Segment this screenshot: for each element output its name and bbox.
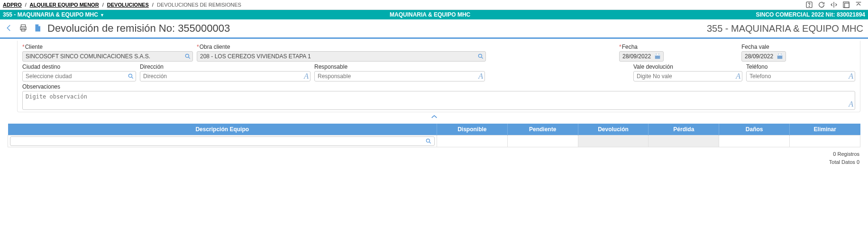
items-table: Descripción Equipo Disponible Pendiente … [8, 124, 860, 147]
responsable-label: Responsable [314, 63, 485, 70]
cell-disponible [437, 135, 507, 147]
search-icon[interactable] [184, 53, 191, 60]
svg-rect-4 [21, 25, 26, 27]
collapse-toggle[interactable] [0, 112, 868, 122]
summary-total: Total Datos 0 [0, 158, 859, 166]
direccion-field[interactable] [140, 71, 311, 81]
text-icon: A [849, 100, 853, 108]
split-icon[interactable] [830, 1, 838, 9]
svg-rect-10 [655, 54, 660, 55]
collapse-up-icon[interactable] [855, 1, 862, 9]
svg-point-7 [185, 54, 189, 57]
text-icon: A [736, 72, 740, 80]
equipo-search-input[interactable] [10, 136, 435, 146]
vale-field[interactable] [633, 71, 742, 81]
ciudad-field[interactable] [22, 71, 136, 81]
breadcrumb-current: DEVOLUCIONES DE REMISIONES [157, 2, 241, 8]
responsable-field[interactable] [314, 71, 485, 81]
th-danos: Daños [719, 124, 790, 135]
obra-field[interactable] [197, 51, 486, 62]
text-icon: A [849, 72, 853, 80]
fecha-label: Fecha [619, 44, 738, 50]
text-icon: A [304, 72, 309, 80]
cell-devolucion[interactable] [578, 135, 649, 147]
th-pendiente: Pendiente [507, 124, 578, 135]
fechavale-label: Fecha vale [741, 44, 855, 50]
th-perdida: Pérdida [649, 124, 719, 135]
table-row [8, 135, 860, 147]
print-button[interactable] [19, 24, 27, 34]
calendar-icon[interactable] [654, 53, 661, 60]
th-descripcion: Descripción Equipo [8, 124, 437, 135]
back-button[interactable] [5, 24, 13, 34]
observ-label: Observaciones [22, 83, 855, 90]
svg-point-14 [426, 139, 429, 142]
th-devolucion: Devolución [578, 124, 649, 135]
search-icon[interactable] [477, 53, 484, 60]
vale-label: Vale devolución [633, 63, 742, 70]
maximize-icon[interactable] [842, 1, 850, 9]
breadcrumb-link-adpro[interactable]: ADPRO [3, 2, 22, 8]
svg-rect-12 [777, 54, 783, 55]
document-icon[interactable] [33, 24, 42, 34]
search-icon[interactable] [425, 138, 432, 146]
cliente-label: Cliente [22, 44, 193, 50]
summary-registros: 0 Registros [0, 150, 859, 158]
th-eliminar: Eliminar [790, 124, 860, 135]
license-info: SINCO COMERCIAL 2022 Nit: 830021894 [756, 11, 865, 18]
telefono-field[interactable] [746, 71, 855, 81]
breadcrumb-link-alquiler[interactable]: ALQUILER EQUIPO MENOR [30, 2, 99, 8]
cell-pendiente [507, 135, 578, 147]
cell-eliminar [790, 135, 860, 147]
context-dropdown[interactable]: 355 - MAQUINARIA & EQUIPO MHC▼ [3, 11, 104, 18]
refresh-icon[interactable] [818, 1, 825, 9]
cliente-field[interactable] [22, 51, 193, 62]
ciudad-label: Ciudad destino [22, 63, 136, 70]
telefono-label: Teléfono [746, 63, 855, 70]
observ-field[interactable] [22, 91, 855, 110]
page-title: Devolución de remisión No: 355000003 [47, 22, 230, 35]
page-context: 355 - MAQUINARIA & EQUIPO MHC [707, 23, 863, 34]
calendar-icon[interactable] [777, 53, 783, 60]
help-icon[interactable] [805, 1, 813, 9]
direccion-label: Dirección [140, 63, 311, 70]
svg-point-1 [809, 6, 809, 7]
breadcrumb: ADPRO / ALQUILER EQUIPO MENOR / DEVOLUCI… [3, 2, 241, 8]
th-disponible: Disponible [437, 124, 507, 135]
svg-point-13 [128, 74, 132, 77]
cell-perdida[interactable] [649, 135, 719, 147]
svg-point-8 [478, 54, 482, 57]
context-dropdown-label: 355 - MAQUINARIA & EQUIPO MHC [3, 11, 98, 18]
app-title: MAQUINARIA & EQUIPO MHC [104, 11, 756, 18]
obra-label: Obra cliente [197, 44, 486, 50]
cell-danos [719, 135, 790, 147]
breadcrumb-link-devoluciones[interactable]: DEVOLUCIONES [107, 2, 149, 8]
svg-rect-3 [845, 3, 849, 8]
text-icon: A [478, 72, 483, 80]
search-icon[interactable] [128, 73, 134, 80]
